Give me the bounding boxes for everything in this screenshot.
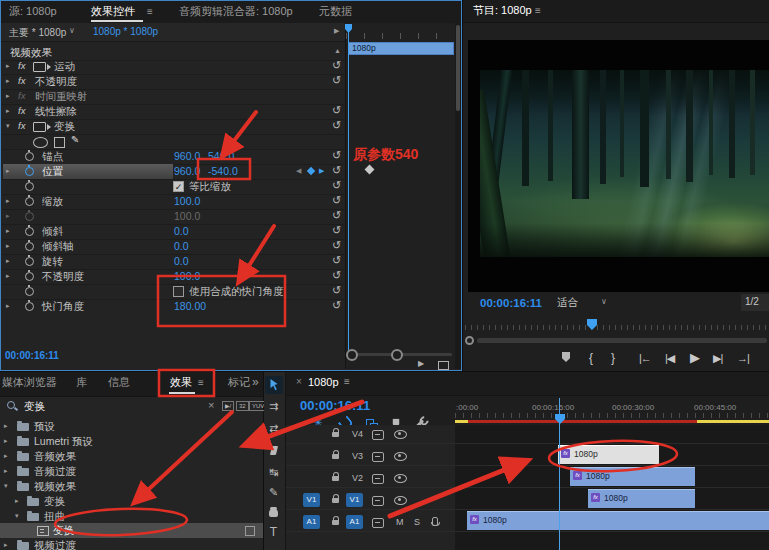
play-button[interactable]: ▶ <box>690 350 699 365</box>
hand-tool[interactable] <box>265 504 282 521</box>
panel-menu-icon[interactable]: ≡ <box>198 372 204 393</box>
mark-in-button[interactable]: { <box>589 351 592 365</box>
ec-timecode[interactable]: 00:00:16:11 <box>5 350 59 361</box>
prop-row-scale-width[interactable]: ▸ 100.0 ↺ <box>2 209 346 225</box>
prop-row-uniform-scale[interactable]: ✓ 等比缩放 ↺ <box>2 179 346 195</box>
tree-item-video-effects[interactable]: ▾ 视频效果 <box>0 479 263 494</box>
toggle-output-eye-icon[interactable] <box>394 474 407 483</box>
tab-info[interactable]: 信息 <box>108 372 130 393</box>
tab-library[interactable]: 库 <box>76 372 87 393</box>
ellipse-mask-icon[interactable] <box>33 137 48 148</box>
mini-clip-bar[interactable]: 1080p <box>348 42 454 55</box>
badge-32bit[interactable]: 32 <box>236 401 249 411</box>
close-tab-icon[interactable]: × <box>296 376 302 387</box>
skew-value[interactable]: 0.0 <box>174 225 189 237</box>
prop-row-position[interactable]: ▸ 位置 960.0 -540.0 ◀ ▶ ↺ <box>2 164 346 180</box>
twirl-icon[interactable]: ▸ <box>6 107 10 115</box>
type-tool[interactable]: T <box>265 524 282 541</box>
track-target-v1[interactable]: V1 <box>346 493 363 507</box>
track-select-tool[interactable]: ⇉ <box>265 398 282 415</box>
go-to-out-button[interactable]: →| <box>737 352 749 364</box>
prop-row-anchor[interactable]: 锚点 960.0 540.0 ↺ <box>2 149 346 165</box>
sequence-tab[interactable]: 1080p <box>308 376 339 388</box>
clip-v3[interactable]: fx 1080p <box>570 467 695 486</box>
track-label[interactable]: V2 <box>352 473 363 483</box>
stopwatch-icon[interactable] <box>25 302 34 311</box>
ripple-edit-tool[interactable]: ⇄ <box>265 420 282 437</box>
tab-effect-controls[interactable]: 效果控件 <box>91 1 135 22</box>
mini-playhead-head[interactable] <box>345 24 352 33</box>
tab-source[interactable]: 源: 1080p <box>9 1 57 22</box>
skew-axis-value[interactable]: 0.0 <box>174 240 189 252</box>
tree-item-lumetri-presets[interactable]: ▸ Lumetri 预设 <box>0 434 263 449</box>
reset-icon[interactable]: ↺ <box>332 74 341 87</box>
source-patch-a1[interactable]: A1 <box>303 515 320 529</box>
reset-icon[interactable]: ↺ <box>332 209 341 222</box>
sync-lock-icon[interactable] <box>372 518 384 528</box>
stopwatch-icon[interactable] <box>25 182 34 191</box>
add-keyframe-icon[interactable] <box>307 167 315 175</box>
pen-mask-icon[interactable]: ✎ <box>71 134 79 145</box>
twirl-icon[interactable]: ▸ <box>6 242 10 250</box>
tree-item-audio-effects[interactable]: ▸ 音频效果 <box>0 449 263 464</box>
next-keyframe-icon[interactable]: ▶ <box>319 167 324 175</box>
keyframe-diamond-icon[interactable] <box>365 165 375 175</box>
effect-row-motion[interactable]: ▸ fx 运动 ↺ <box>2 59 346 75</box>
stopwatch-icon-active[interactable] <box>25 167 34 176</box>
play-around-icon[interactable]: ▶ <box>418 359 424 368</box>
playback-resolution-select[interactable]: 1/2 <box>741 294 769 311</box>
twirl-icon[interactable]: ▸ <box>6 212 10 220</box>
tree-item-transform-folder[interactable]: ▸ 变换 <box>0 494 263 509</box>
scale-value[interactable]: 100.0 <box>174 195 200 207</box>
prop-row-skew-axis[interactable]: ▸ 倾斜轴 0.0 ↺ <box>2 239 346 255</box>
clip-v1[interactable]: fx 1080p <box>467 511 769 530</box>
effect-row-linear-wipe[interactable]: ▸ fx 线性擦除 ↺ <box>2 104 346 120</box>
uniform-scale-checkbox[interactable]: ✓ <box>173 181 184 192</box>
accelerated-effects-badge[interactable]: ▶/ <box>222 401 234 411</box>
prop-row-use-comp-shutter[interactable]: 使用合成的快门角度 ↺ <box>2 284 346 300</box>
anchor-x-value[interactable]: 960.0 <box>174 150 200 162</box>
caret-down-icon[interactable]: ∨ <box>69 26 75 35</box>
tab-audio-mixer[interactable]: 音频剪辑混合器: 1080p <box>179 1 293 22</box>
prop-row-rotation[interactable]: ▸ 旋转 0.0 ↺ <box>2 254 346 270</box>
position-y-value[interactable]: -540.0 <box>208 165 238 177</box>
twirl-icon[interactable]: ▸ <box>6 62 10 70</box>
twirl-icon[interactable]: ▸ <box>6 167 10 175</box>
panel-menu-icon[interactable]: ≡ <box>147 1 153 22</box>
twirl-icon[interactable]: ▸ <box>4 437 8 445</box>
overflow-icon[interactable]: » <box>252 372 259 393</box>
tab-metadata[interactable]: 元数据 <box>319 1 352 22</box>
twirl-icon[interactable]: ▸ <box>6 77 10 85</box>
rect-mask-icon[interactable] <box>54 137 65 148</box>
twirl-icon[interactable]: ▸ <box>4 541 8 549</box>
collapse-icon[interactable]: ▲ <box>334 47 341 54</box>
stopwatch-icon[interactable] <box>25 257 34 266</box>
reset-icon[interactable]: ↺ <box>332 299 341 312</box>
reset-icon[interactable]: ↺ <box>332 194 341 207</box>
prop-row-scale[interactable]: ▸ 缩放 100.0 ↺ <box>2 194 346 210</box>
reset-icon[interactable]: ↺ <box>332 164 341 177</box>
effect-row-transform[interactable]: ▾ fx 变换 ↺ <box>2 119 346 135</box>
effect-row-opacity[interactable]: ▸ fx 不透明度 ↺ <box>2 74 346 90</box>
mute-button[interactable]: M <box>396 517 404 527</box>
export-frame-icon[interactable] <box>438 361 449 370</box>
twirl-icon[interactable]: ▸ <box>6 227 10 235</box>
add-marker-icon[interactable] <box>562 352 570 362</box>
reset-icon[interactable]: ↺ <box>332 119 341 132</box>
razor-tool[interactable] <box>265 442 282 459</box>
reset-icon[interactable]: ↺ <box>332 104 341 117</box>
effect-row-time-remap[interactable]: ▸ fx 时间重映射 <box>2 89 346 105</box>
tree-item-distort-folder[interactable]: ▾ 扭曲 <box>0 509 263 524</box>
zoom-level-select[interactable]: 适合 ∨ <box>553 294 615 311</box>
ec-scrollbar[interactable] <box>455 23 461 369</box>
track-label[interactable]: V4 <box>352 429 363 439</box>
reset-icon[interactable]: ↺ <box>332 254 341 267</box>
program-timecode[interactable]: 00:00:16:11 <box>480 297 542 309</box>
selection-tool[interactable] <box>265 376 283 394</box>
tree-item-audio-transitions[interactable]: ▸ 音频过渡 <box>0 464 263 479</box>
twirl-icon[interactable]: ▸ <box>6 257 10 265</box>
effect-controls-mini-timeline[interactable]: 1080p ▶ <box>345 23 456 369</box>
toggle-output-eye-icon[interactable] <box>394 452 407 461</box>
search-input[interactable]: 变换 <box>24 400 45 414</box>
scroll-handle-icon[interactable] <box>465 336 474 345</box>
